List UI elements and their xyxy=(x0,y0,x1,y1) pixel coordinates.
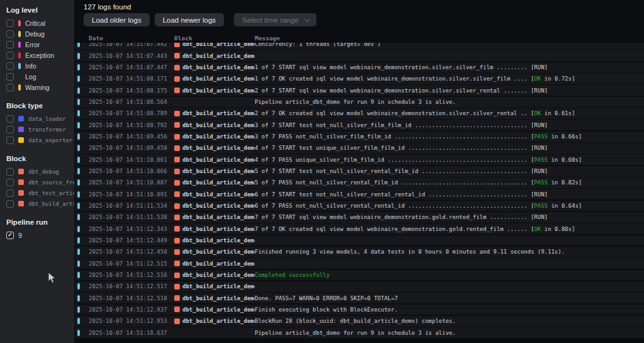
log-row[interactable]: 2025-10-07 14:51:09.456dbt_build_article… xyxy=(75,132,644,142)
log-row[interactable]: 2025-10-07 14:51:07.447dbt_build_article… xyxy=(75,62,644,73)
filter-item-dbt-source-freshness[interactable]: dbt_source_freshness xyxy=(6,177,74,188)
time-range-select[interactable]: Select time range xyxy=(234,13,316,26)
log-row[interactable]: 2025-10-07 14:51:08.789dbt_build_article… xyxy=(75,108,644,119)
filter-item-dbt-debug[interactable]: dbt_debug xyxy=(6,166,74,177)
warning-level-color-icon xyxy=(18,84,21,91)
checkbox[interactable] xyxy=(6,115,14,123)
log-row[interactable]: 2025-10-07 14:51:12.518dbt_build_article… xyxy=(75,293,644,303)
log-date: 2025-10-07 14:51:07.442 xyxy=(89,43,174,47)
block-name: dbt_build_article_demo xyxy=(182,145,255,151)
checkbox[interactable] xyxy=(6,137,14,144)
filter-item-error[interactable]: Error xyxy=(6,39,74,50)
log-row[interactable]: 2025-10-07 14:51:18.637Pipeline article_… xyxy=(75,327,644,338)
checkbox[interactable] xyxy=(6,20,14,27)
log-level-indicator xyxy=(77,214,80,220)
filter-item-dbt-build-article-demo[interactable]: dbt_build_article_demo xyxy=(6,198,74,209)
log-row[interactable]: 2025-10-07 14:51:11.538dbt_build_article… xyxy=(75,212,644,223)
checkbox[interactable] xyxy=(6,126,14,133)
block-name: dbt_build_article_demo xyxy=(182,306,255,313)
log-row[interactable]: 2025-10-07 14:51:08.171dbt_build_article… xyxy=(75,74,644,84)
log-row[interactable]: 2025-10-07 14:51:08.792dbt_build_article… xyxy=(75,120,644,130)
block-icon xyxy=(174,53,180,59)
log-message: BlockRun 28 (block_uuid: dbt_build_artic… xyxy=(255,318,644,324)
filter-item-critical[interactable]: Critical xyxy=(6,18,74,28)
log-date: 2025-10-07 14:51:10.891 xyxy=(89,191,174,198)
log-row[interactable]: 2025-10-07 14:51:07.442dbt_build_article… xyxy=(75,43,644,50)
log-row[interactable]: 2025-10-07 14:51:10.887dbt_build_article… xyxy=(75,177,644,188)
log-row[interactable]: 2025-10-07 14:51:12.450dbt_build_article… xyxy=(75,247,644,257)
checkbox[interactable] xyxy=(6,179,14,186)
checkbox[interactable] xyxy=(6,62,14,70)
checkbox[interactable] xyxy=(6,189,14,197)
filter-item-log[interactable]: Log xyxy=(6,71,74,82)
block-name: dbt_build_article_demo xyxy=(182,191,255,198)
checkbox[interactable] xyxy=(6,52,14,59)
log-date: 2025-10-07 14:51:11.534 xyxy=(89,203,174,209)
checkbox[interactable] xyxy=(6,84,14,91)
filter-section-block: Blockdbt_debugdbt_source_freshnessdbt_te… xyxy=(6,155,74,209)
load-older-logs-button[interactable]: Load older logs xyxy=(84,13,150,26)
log-level-indicator xyxy=(77,76,80,82)
log-row[interactable]: 2025-10-07 14:51:12.953dbt_build_article… xyxy=(75,316,644,327)
log-row[interactable]: 2025-10-07 14:51:10.061dbt_build_article… xyxy=(75,154,644,165)
log-row[interactable]: 2025-10-07 14:51:12.937dbt_build_article… xyxy=(75,305,644,315)
block-cell: dbt_build_article_demo xyxy=(174,145,255,151)
log-row[interactable]: 2025-10-07 14:51:08.564Pipeline article_… xyxy=(75,97,644,108)
filter-section-title: Block type xyxy=(6,102,74,110)
filter-item-label: Info xyxy=(25,62,36,70)
block-cell: dbt_build_article_demo xyxy=(174,87,255,94)
filter-item-data-exporter[interactable]: data_exporter xyxy=(6,135,74,145)
block-name: dbt_build_article_demo xyxy=(182,157,255,163)
block-name: dbt_build_article_demo xyxy=(182,237,255,244)
filter-item-label: dbt_build_article_demo xyxy=(28,201,74,207)
log-row[interactable]: 2025-10-07 14:51:10.891dbt_build_article… xyxy=(75,189,644,200)
checkbox[interactable] xyxy=(6,200,14,208)
log-message: Finished running 3 view models, 4 data t… xyxy=(255,249,644,255)
log-row[interactable]: 2025-10-07 14:51:10.066dbt_build_article… xyxy=(75,166,644,177)
filter-item-exception[interactable]: Exception xyxy=(6,50,74,60)
log-row[interactable]: 2025-10-07 14:51:07.443dbt_build_article… xyxy=(75,50,644,61)
log-level-indicator xyxy=(77,43,80,47)
checked-checkbox[interactable]: ✓ xyxy=(6,232,14,239)
filter-section-pipeline-run: Pipeline run✓9 xyxy=(6,218,74,240)
block-icon xyxy=(174,65,180,70)
log-row[interactable]: 2025-10-07 14:51:09.458dbt_build_article… xyxy=(75,143,644,154)
log-row[interactable]: 2025-10-07 14:51:12.517dbt_build_article… xyxy=(75,281,644,292)
checkbox[interactable] xyxy=(6,30,14,38)
block-name: dbt_build_article_demo xyxy=(182,122,255,128)
log-message: 7 of 7 START sql view model webinaire_de… xyxy=(255,214,644,220)
log-date: 2025-10-07 14:51:12.953 xyxy=(89,318,174,324)
log-row[interactable]: 2025-10-07 14:51:12.515dbt_build_article… xyxy=(75,258,644,269)
filter-item-label: data_exporter xyxy=(28,137,74,143)
checkbox[interactable] xyxy=(6,41,14,48)
log-level-indicator xyxy=(77,122,80,128)
log-row[interactable]: 2025-10-07 14:51:11.534dbt_build_article… xyxy=(75,201,644,211)
filter-item-label: Log xyxy=(25,73,36,81)
log-row[interactable]: 2025-10-07 14:51:12.449dbt_build_article… xyxy=(75,235,644,246)
log-row[interactable]: 2025-10-07 14:51:08.175dbt_build_article… xyxy=(75,85,644,96)
filter-item-transformer[interactable]: transformer xyxy=(6,124,74,135)
log-message: 3 of 7 PASS not_null_silver_film_film_id… xyxy=(255,133,644,140)
block-name: dbt_build_article_demo xyxy=(182,133,255,140)
log-message: 2 of 7 START sql view model webinaire_de… xyxy=(255,87,644,94)
log-date: 2025-10-07 14:51:12.449 xyxy=(89,237,174,244)
log-row[interactable]: 2025-10-07 14:51:12.343dbt_build_article… xyxy=(75,223,644,234)
log-row[interactable]: 2025-10-07 14:51:12.516dbt_build_article… xyxy=(75,270,644,281)
block-icon xyxy=(174,157,180,162)
checkbox[interactable] xyxy=(6,168,14,176)
log-date: 2025-10-07 14:51:12.516 xyxy=(89,272,174,278)
filter-item-9[interactable]: ✓9 xyxy=(6,230,74,240)
filter-item-data-loader[interactable]: data_loader xyxy=(6,113,74,124)
filter-item-debug[interactable]: Debug xyxy=(6,28,74,39)
block-cell: dbt_build_article_demo xyxy=(174,43,255,47)
checkbox[interactable] xyxy=(6,73,14,81)
filter-item-info[interactable]: Info xyxy=(6,60,74,71)
block-name: dbt_build_article_demo xyxy=(182,214,255,220)
block-cell: dbt_build_article_demo xyxy=(174,191,255,198)
filter-section-title: Log level xyxy=(6,6,74,14)
filter-item-dbt-test-article-demo[interactable]: dbt_test_article_demo xyxy=(6,188,74,198)
load-newer-logs-button[interactable]: Load newer logs xyxy=(155,13,224,26)
filter-item-warning[interactable]: Warning xyxy=(6,82,74,93)
block-icon xyxy=(174,76,180,82)
logs-count: 127 logs found xyxy=(84,3,644,11)
